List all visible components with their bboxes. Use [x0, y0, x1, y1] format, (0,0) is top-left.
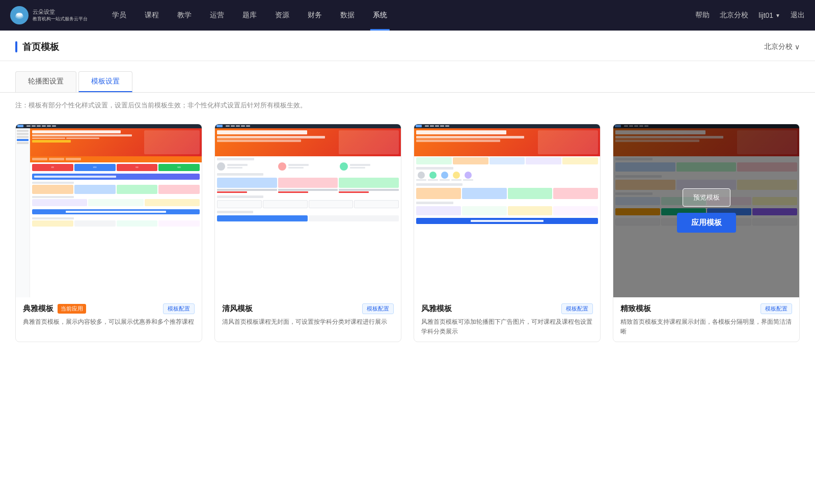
note-text: 注：模板有部分个性化样式设置，设置后仅当前模板生效；非个性化样式设置后针对所有模…	[0, 93, 815, 119]
template-name-1: 典雅模板	[23, 304, 53, 314]
navbar-nav: 学员 课程 教学 运营 题库 资源 财务 数据 系统	[103, 0, 695, 31]
template-config-btn-1[interactable]: 模板配置	[163, 303, 195, 314]
template-card-3[interactable]: 风雅模板 模板配置 风雅首页模板可添加轮播图下广告图片，可对课程及课程包设置学科…	[414, 124, 601, 342]
page-header: 首页模板 北京分校 ∨	[0, 31, 815, 61]
template-desc-1: 典雅首页模板，展示内容较多，可以展示优惠券和多个推荐课程	[23, 317, 195, 327]
svg-point-2	[16, 13, 22, 16]
brand-logo[interactable]: 云朵设堂 教育机构一站式服务云平台	[10, 6, 88, 24]
nav-students[interactable]: 学员	[103, 0, 135, 31]
template-config-btn-2[interactable]: 模板配置	[362, 303, 394, 314]
page-title: 首页模板	[22, 41, 59, 53]
template-config-btn-3[interactable]: 模板配置	[561, 303, 593, 314]
template-footer-4: 精致模板 模板配置 精致首页模板支持课程展示封面，各模板分隔明显，界面简洁清晰	[613, 297, 799, 342]
nav-questions[interactable]: 题库	[233, 0, 266, 31]
branch-chevron-icon: ∨	[795, 43, 800, 51]
templates-grid: ¥30 ¥200 ¥30 ¥200	[0, 119, 815, 362]
template-footer-1: 典雅模板 当前应用 模板配置 典雅首页模板，展示内容较多，可以展示优惠券和多个推…	[16, 297, 202, 332]
template-preview-3	[414, 124, 600, 297]
nav-data[interactable]: 数据	[331, 0, 364, 31]
template-footer-2: 清风模板 模板配置 清风首页模板课程无封面，可设置按学科分类对课程进行展示	[215, 297, 401, 332]
page-title-wrap: 首页模板	[15, 41, 59, 53]
template-preview-1: ¥30 ¥200 ¥30 ¥200	[16, 124, 202, 297]
preview-template-btn[interactable]: 预览模板	[683, 188, 730, 207]
tab-carousel[interactable]: 轮播图设置	[15, 71, 76, 92]
template-desc-4: 精致首页模板支持课程展示封面，各模板分隔明显，界面简洁清晰	[620, 317, 792, 337]
template-overlay-4: 预览模板 应用模板	[613, 124, 799, 297]
template-config-btn-4[interactable]: 模板配置	[760, 303, 792, 314]
template-footer-3: 风雅模板 模板配置 风雅首页模板可添加轮播图下广告图片，可对课程及课程包设置学科…	[414, 297, 600, 342]
logo-text: 云朵设堂 教育机构一站式服务云平台	[33, 8, 88, 22]
page-title-bar	[15, 41, 17, 52]
nav-resources[interactable]: 资源	[266, 0, 298, 31]
template-name-4: 精致模板	[620, 304, 651, 314]
template-desc-2: 清风首页模板课程无封面，可设置按学科分类对课程进行展示	[222, 317, 394, 327]
logo-icon	[10, 6, 29, 24]
template-active-badge-1: 当前应用	[58, 304, 86, 314]
template-card-4[interactable]: 预览模板 应用模板 精致模板 模板配置 精致首页模板支持课程展示封面，各模板分隔…	[613, 124, 800, 342]
nav-courses[interactable]: 课程	[135, 0, 168, 31]
template-card-2[interactable]: 清风模板 模板配置 清风首页模板课程无封面，可设置按学科分类对课程进行展示	[214, 124, 401, 342]
branch-selector[interactable]: 北京分校 ∨	[764, 42, 800, 51]
nav-finance[interactable]: 财务	[298, 0, 331, 31]
nav-system[interactable]: 系统	[364, 0, 396, 31]
template-preview-2	[215, 124, 401, 297]
user-chevron-icon: ▼	[775, 13, 780, 18]
nav-logout[interactable]: 退出	[791, 11, 805, 20]
template-desc-3: 风雅首页模板可添加轮播图下广告图片，可对课程及课程包设置学科分类展示	[421, 317, 593, 337]
nav-user[interactable]: lijt01 ▼	[758, 11, 780, 19]
nav-operations[interactable]: 运营	[201, 0, 233, 31]
tabs-container: 轮播图设置 模板设置	[0, 61, 815, 93]
navbar: 云朵设堂 教育机构一站式服务云平台 学员 课程 教学 运营 题库 资源 财务 数…	[0, 0, 815, 31]
page-content: 首页模板 北京分校 ∨ 轮播图设置 模板设置 注：模板有部分个性化样式设置，设置…	[0, 31, 815, 504]
template-name-2: 清风模板	[222, 304, 253, 314]
nav-help[interactable]: 帮助	[695, 11, 710, 20]
apply-template-btn[interactable]: 应用模板	[677, 213, 736, 233]
tab-template[interactable]: 模板设置	[78, 71, 132, 92]
nav-branch[interactable]: 北京分校	[720, 11, 748, 20]
navbar-right: 帮助 北京分校 lijt01 ▼ 退出	[695, 11, 805, 20]
template-name-3: 风雅模板	[421, 304, 452, 314]
template-card-1[interactable]: ¥30 ¥200 ¥30 ¥200	[15, 124, 202, 342]
template-preview-4: 预览模板 应用模板	[613, 124, 799, 297]
nav-teaching[interactable]: 教学	[168, 0, 201, 31]
